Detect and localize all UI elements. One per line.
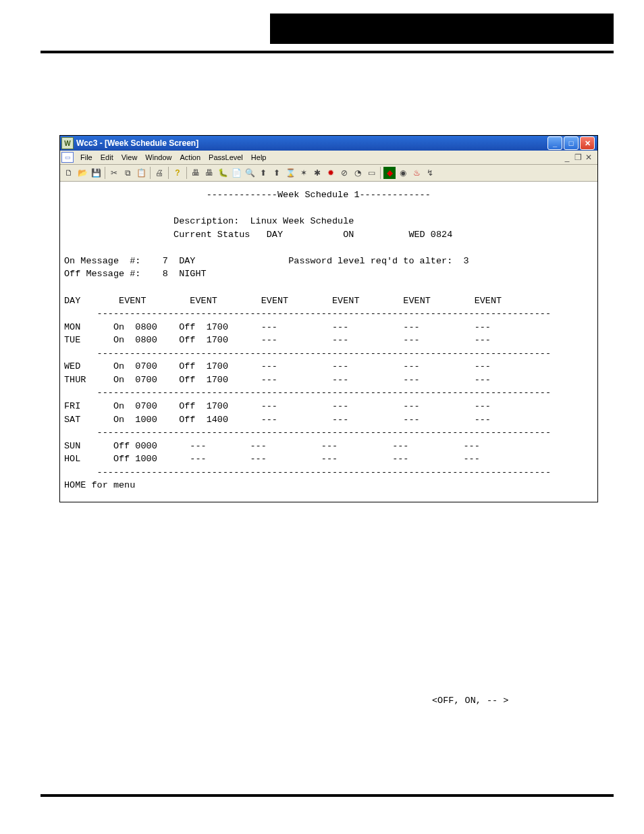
- row-hol-e3[interactable]: ---: [250, 454, 266, 464]
- row-thu-e6[interactable]: ---: [475, 375, 491, 385]
- paste-icon[interactable]: 📋: [135, 167, 147, 179]
- copy-icon[interactable]: ⧉: [122, 167, 134, 179]
- row-mon-e2t[interactable]: 1700: [207, 322, 228, 332]
- row-hol-e6[interactable]: ---: [463, 454, 479, 464]
- print-icon[interactable]: 🖨: [153, 167, 165, 179]
- help-icon[interactable]: ?: [171, 167, 184, 179]
- content-area[interactable]: -------------Week Schedule 1------------…: [60, 182, 597, 502]
- pwd-val[interactable]: 3: [463, 256, 468, 266]
- tool-icon-10[interactable]: ✱: [311, 167, 323, 179]
- tool-icon-11[interactable]: ✹: [325, 167, 337, 179]
- mdi-document-icon[interactable]: ▭: [61, 152, 74, 163]
- tool-icon-17[interactable]: ♨: [410, 167, 423, 179]
- row-hol-e2t[interactable]: ---: [190, 454, 206, 464]
- menu-help[interactable]: Help: [247, 152, 271, 163]
- row-wed-e5[interactable]: ---: [403, 361, 419, 371]
- row-fri-e1t[interactable]: 0700: [135, 401, 157, 411]
- mdi-restore-button[interactable]: ❐: [573, 153, 583, 162]
- menu-action[interactable]: Action: [176, 152, 205, 163]
- row-tue-e5[interactable]: ---: [403, 335, 419, 345]
- row-hol-e1t[interactable]: 1000: [135, 454, 157, 464]
- close-button[interactable]: ✕: [580, 136, 595, 150]
- row-thu-e1s[interactable]: On: [113, 375, 124, 385]
- row-sat-e4[interactable]: ---: [332, 415, 348, 425]
- row-tue-e4[interactable]: ---: [332, 335, 348, 345]
- row-fri-e2t[interactable]: 1700: [207, 401, 228, 411]
- row-thu-e1t[interactable]: 0700: [135, 375, 157, 385]
- row-mon-e3[interactable]: ---: [261, 322, 277, 332]
- tool-icon-8[interactable]: ⌛: [284, 167, 296, 179]
- row-sun-e1s[interactable]: Off: [113, 441, 130, 451]
- row-sat-e2s[interactable]: Off: [179, 415, 195, 425]
- row-wed-e1s[interactable]: On: [113, 361, 124, 371]
- tool-icon-15[interactable]: ◆: [383, 167, 396, 179]
- row-tue-e6[interactable]: ---: [475, 335, 491, 345]
- row-hol-e1s[interactable]: Off: [113, 454, 130, 464]
- desc-value[interactable]: Linux Week Schedule: [250, 216, 354, 226]
- open-icon[interactable]: 📂: [76, 167, 88, 179]
- row-fri-e3[interactable]: ---: [261, 401, 277, 411]
- row-sun-e5[interactable]: ---: [392, 441, 408, 451]
- row-fri-e5[interactable]: ---: [403, 401, 419, 411]
- menu-passlevel[interactable]: PassLevel: [205, 152, 247, 163]
- cut-icon[interactable]: ✂: [108, 167, 120, 179]
- tool-icon-6[interactable]: ⬆: [257, 167, 269, 179]
- tool-icon-4[interactable]: 📄: [230, 167, 242, 179]
- row-mon-e6[interactable]: ---: [475, 322, 491, 332]
- row-tue-e3[interactable]: ---: [261, 335, 277, 345]
- row-tue-e2t[interactable]: 1700: [207, 335, 228, 345]
- tool-icon-18[interactable]: ↯: [424, 167, 436, 179]
- maximize-button[interactable]: □: [564, 136, 579, 150]
- row-mon-e4[interactable]: ---: [332, 322, 348, 332]
- tool-icon-9[interactable]: ✶: [298, 167, 310, 179]
- row-mon-e1t[interactable]: 0800: [135, 322, 157, 332]
- row-wed-e2s[interactable]: Off: [179, 361, 195, 371]
- row-fri-e1s[interactable]: On: [113, 401, 124, 411]
- row-sat-e2t[interactable]: 1400: [207, 415, 228, 425]
- row-hol-e5[interactable]: ---: [392, 454, 408, 464]
- row-mon-e1s[interactable]: On: [113, 322, 124, 332]
- row-hol-e4[interactable]: ---: [321, 454, 338, 464]
- row-sun-e3[interactable]: ---: [250, 441, 266, 451]
- menu-view[interactable]: View: [117, 152, 142, 163]
- menu-file[interactable]: File: [76, 152, 97, 163]
- row-tue-e1t[interactable]: 0800: [135, 335, 157, 345]
- row-sun-e2t[interactable]: ---: [190, 441, 206, 451]
- row-mon-e5[interactable]: ---: [403, 322, 419, 332]
- tool-icon-12[interactable]: ⊘: [338, 167, 350, 179]
- on-msg-num[interactable]: 7: [163, 256, 168, 266]
- row-wed-e4[interactable]: ---: [332, 361, 348, 371]
- row-thu-e5[interactable]: ---: [403, 375, 419, 385]
- row-wed-e3[interactable]: ---: [261, 361, 277, 371]
- row-tue-e1s[interactable]: On: [113, 335, 124, 345]
- row-mon-e2s[interactable]: Off: [179, 322, 195, 332]
- row-sat-e3[interactable]: ---: [261, 415, 277, 425]
- new-icon[interactable]: 🗋: [63, 167, 75, 179]
- off-msg-num[interactable]: 8: [163, 269, 168, 279]
- row-thu-e4[interactable]: ---: [332, 375, 348, 385]
- row-sun-e4[interactable]: ---: [321, 441, 338, 451]
- row-wed-e1t[interactable]: 0700: [135, 361, 157, 371]
- mdi-close-button[interactable]: ✕: [584, 153, 593, 162]
- row-sat-e1s[interactable]: On: [113, 415, 124, 425]
- save-icon[interactable]: 💾: [90, 167, 102, 179]
- row-fri-e2s[interactable]: Off: [179, 401, 195, 411]
- tool-icon-5[interactable]: 🔍: [244, 167, 256, 179]
- row-thu-e3[interactable]: ---: [261, 375, 277, 385]
- tool-icon-13[interactable]: ◔: [352, 167, 364, 179]
- row-thu-e2s[interactable]: Off: [179, 375, 195, 385]
- row-fri-e4[interactable]: ---: [332, 401, 348, 411]
- row-tue-e2s[interactable]: Off: [179, 335, 195, 345]
- row-sun-e1t[interactable]: 0000: [135, 441, 157, 451]
- minimize-button[interactable]: _: [547, 136, 562, 150]
- title-bar[interactable]: W Wcc3 - [Week Schedule Screen] _ □ ✕: [60, 136, 597, 151]
- menu-edit[interactable]: Edit: [97, 152, 117, 163]
- row-thu-e2t[interactable]: 1700: [207, 375, 228, 385]
- row-sat-e5[interactable]: ---: [403, 415, 419, 425]
- row-sat-e1t[interactable]: 1000: [135, 415, 157, 425]
- row-fri-e6[interactable]: ---: [475, 401, 491, 411]
- menu-window[interactable]: Window: [141, 152, 176, 163]
- tool-icon-7[interactable]: ⬆: [271, 167, 283, 179]
- tool-icon-3[interactable]: 🐛: [217, 167, 229, 179]
- row-wed-e6[interactable]: ---: [475, 361, 491, 371]
